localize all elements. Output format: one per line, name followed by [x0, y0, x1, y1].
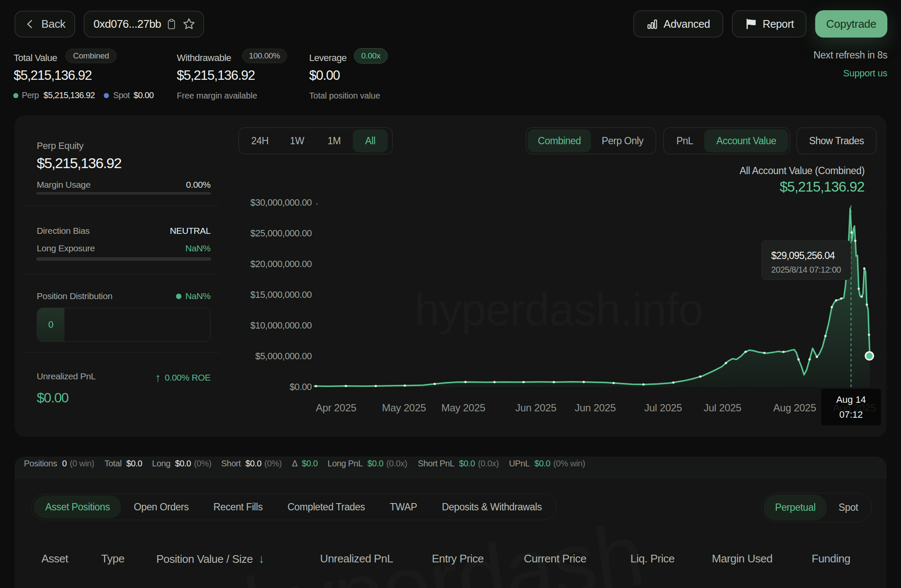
- svg-text:$20,000,000.00: $20,000,000.00: [250, 259, 312, 269]
- svg-text:Jun 2025: Jun 2025: [575, 402, 616, 413]
- svg-text:May 2025: May 2025: [382, 402, 426, 413]
- svg-text:$5,000,000.00: $5,000,000.00: [255, 351, 312, 361]
- svg-text:Jul 2025: Jul 2025: [704, 402, 741, 413]
- svg-text:$15,000,000.00: $15,000,000.00: [250, 290, 312, 300]
- svg-text:May 2025: May 2025: [442, 402, 486, 413]
- svg-text:Aug 2025: Aug 2025: [773, 402, 816, 413]
- svg-text:$10,000,000.00: $10,000,000.00: [250, 320, 312, 331]
- svg-text:Apr 2025: Apr 2025: [316, 402, 356, 413]
- svg-text:$30,000,000.00: $30,000,000.00: [250, 198, 312, 208]
- svg-text:$25,000,000.00: $25,000,000.00: [250, 228, 312, 239]
- svg-text:Jun 2025: Jun 2025: [515, 402, 556, 413]
- svg-text:Jul 2025: Jul 2025: [644, 402, 682, 413]
- svg-text:$0.00: $0.00: [290, 382, 312, 392]
